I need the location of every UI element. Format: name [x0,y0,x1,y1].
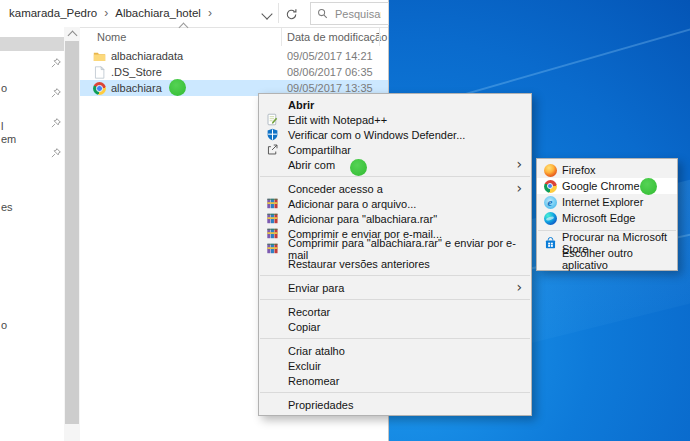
menu-item-comprimir-para-albachiara-rar-e-enviar-por-e-mail[interactable]: Comprimir para "albachiara.rar" e enviar… [259,241,531,256]
search-icon [317,8,328,19]
breadcrumb-segment[interactable]: Albachiara_hotel [115,7,201,19]
menu-item-label: Enviar para [288,282,344,294]
menu-item-internet-explorer[interactable]: eInternet Explorer [537,194,677,210]
menu-item-edit-with-notepad[interactable]: Edit with Notepad++ [259,112,531,127]
menu-item-label: Edit with Notepad++ [288,114,387,126]
menu-separator [260,338,530,339]
winrar-icon [265,227,279,241]
annotation-dot-chrome [640,178,657,195]
address-toolbar: kamarada_Pedro › Albachiara_hotel › [0,0,388,28]
menu-item-label: Conceder acesso a [288,183,383,195]
winrar-icon [265,242,279,256]
nav-selected-item[interactable] [0,37,64,51]
file-list: albachiaradata09/05/2017 14:21.DS_Store0… [80,48,388,96]
nav-item-label-fragment[interactable]: o [1,319,7,331]
address-dropdown-chevron-icon[interactable] [261,8,272,19]
submenu-arrow-icon: › [516,280,522,294]
context-menu: AbrirEdit with Notepad++Verificar com o … [258,93,532,416]
menu-item-firefox[interactable]: Firefox [537,162,677,178]
menu-item-label: Adicionar para o arquivo... [288,198,416,210]
winrar-icon [265,197,279,211]
scroll-up-icon[interactable] [67,31,77,41]
chrome-icon [93,81,106,94]
menu-item-label: Google Chrome [562,180,640,192]
breadcrumb-segment[interactable]: kamarada_Pedro [9,7,97,19]
annotation-dot-open-with [350,159,367,176]
file-date: 08/06/2017 06:35 [287,66,373,78]
nav-item-label-fragment[interactable]: em [1,133,16,145]
file-name: albachiaradata [111,50,183,62]
scrollbar-thumb[interactable] [65,41,79,424]
menu-item-label: Criar atalho [288,345,345,357]
share-icon [265,143,279,157]
menu-item-conceder-acesso-a[interactable]: Conceder acesso a› [259,181,531,196]
menu-item-label: Recortar [288,306,330,318]
toolbar-divider [278,3,279,23]
edge-icon [543,211,557,225]
menu-item-restaurar-vers-es-anteriores[interactable]: Restaurar versões anteriores [259,256,531,271]
menu-item-label: Propriedades [288,399,353,411]
folder-icon [93,49,106,62]
file-icon [93,65,106,78]
menu-item-label: Renomear [288,375,339,387]
column-divider[interactable] [281,28,282,46]
file-date: 09/05/2017 14:21 [287,50,373,62]
menu-item-excluir[interactable]: Excluir [259,358,531,373]
ie-icon: e [543,195,557,209]
menu-item-escolher-outro-aplicativo[interactable]: Escolher outro aplicativo [537,251,677,267]
submenu-arrow-icon: › [516,181,522,195]
menu-item-label: Restaurar versões anteriores [288,258,430,270]
column-header-date[interactable]: Data de modificação [287,31,387,43]
menu-item-microsoft-edge[interactable]: Microsoft Edge [537,210,677,226]
winrar-icon [265,212,279,226]
nav-scrollbar[interactable] [64,27,80,441]
menu-item-label: Firefox [562,164,596,176]
search-box[interactable] [310,2,389,25]
submenu-arrow-icon: › [516,157,522,171]
breadcrumb: kamarada_Pedro › Albachiara_hotel › [9,0,212,26]
menu-item-label: Abrir [288,99,314,111]
file-name: .DS_Store [111,66,162,78]
menu-item-label: Excluir [288,360,321,372]
column-header-name[interactable]: Nome [97,31,126,43]
menu-item-enviar-para[interactable]: Enviar para› [259,280,531,295]
menu-item-propriedades[interactable]: Propriedades [259,397,531,412]
file-name: albachiara [111,82,162,94]
nav-item-label-fragment[interactable]: o [1,82,7,94]
defender-icon [265,128,279,142]
menu-item-label: Escolher outro aplicativo [562,247,677,271]
menu-item-criar-atalho[interactable]: Criar atalho [259,343,531,358]
nav-item-label-fragment[interactable]: es [1,201,13,213]
search-input[interactable] [333,7,383,21]
pin-icon[interactable] [50,145,62,157]
menu-item-label: Adicionar para "albachiara.rar" [288,213,437,225]
menu-separator [260,392,530,393]
file-row-ds-store[interactable]: .DS_Store08/06/2017 06:35 [80,64,388,80]
annotation-dot-file [169,79,186,96]
menu-item-adicionar-para-albachiara-rar[interactable]: Adicionar para "albachiara.rar" [259,211,531,226]
pin-icon[interactable] [50,115,62,127]
chrome-icon [543,179,557,193]
pin-icon[interactable] [50,55,62,67]
nav-item-label-fragment[interactable]: l [1,120,3,132]
menu-item-abrir-com[interactable]: Abrir com› [259,157,531,172]
file-row-albachiaradata[interactable]: albachiaradata09/05/2017 14:21 [80,48,388,64]
menu-item-abrir[interactable]: Abrir [259,97,531,112]
menu-item-renomear[interactable]: Renomear [259,373,531,388]
menu-item-label: Internet Explorer [562,196,643,208]
refresh-icon[interactable] [285,7,298,20]
menu-item-adicionar-para-o-arquivo[interactable]: Adicionar para o arquivo... [259,196,531,211]
file-list-header: Nome Data de modificação [80,27,388,47]
menu-item-copiar[interactable]: Copiar [259,319,531,334]
notepadpp-icon [265,113,279,127]
column-divider[interactable] [379,28,380,46]
open-with-submenu: FirefoxGoogle ChromeeInternet ExplorerMi… [536,158,678,271]
menu-item-verificar-com-o-windows-defender[interactable]: Verificar com o Windows Defender... [259,127,531,142]
menu-item-compartilhar[interactable]: Compartilhar [259,142,531,157]
menu-item-recortar[interactable]: Recortar [259,304,531,319]
menu-item-label: Copiar [288,321,320,333]
menu-separator [260,275,530,276]
menu-item-label: Compartilhar [288,144,351,156]
pin-icon[interactable] [50,85,62,97]
menu-item-label: Verificar com o Windows Defender... [288,129,465,141]
